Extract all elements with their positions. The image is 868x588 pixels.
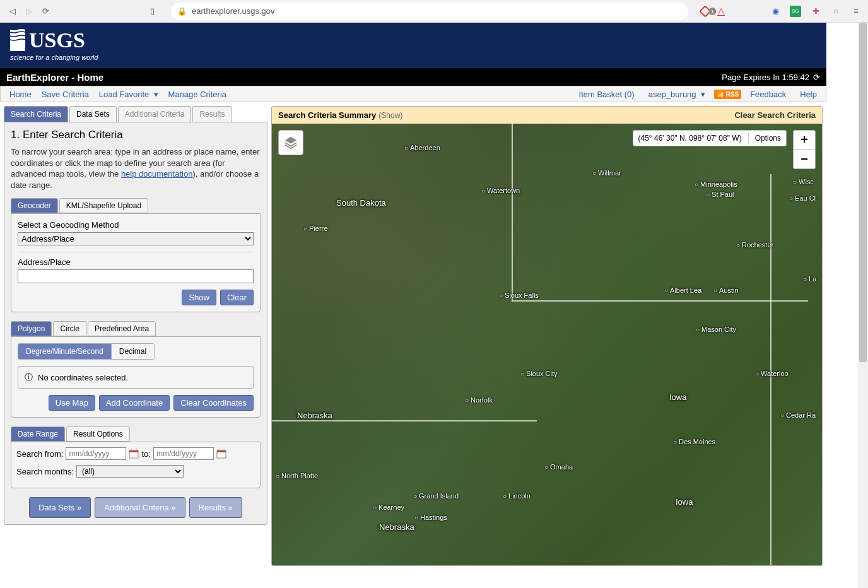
bookmark-icon[interactable]: ▯ bbox=[150, 6, 155, 16]
browser-toolbar: ◁ ▷ ⟳ ▯ 🔒 earthexplorer.usgs.gov 1 △ ◉ S… bbox=[0, 0, 868, 23]
ext-icon-4[interactable]: ○ bbox=[830, 6, 842, 17]
ext-icon-1[interactable]: ◉ bbox=[770, 6, 781, 17]
lock-icon: 🔒 bbox=[177, 7, 187, 16]
ext-icon-3[interactable]: ✚ bbox=[810, 6, 821, 17]
menu-icon[interactable]: ≡ bbox=[850, 6, 862, 17]
back-button[interactable]: ◁ bbox=[6, 5, 19, 18]
forward-button[interactable]: ▷ bbox=[23, 5, 35, 18]
url-text: earthexplorer.usgs.gov bbox=[192, 6, 275, 16]
ext-icon-2[interactable]: SG bbox=[790, 6, 801, 17]
triangle-icon[interactable]: △ bbox=[717, 5, 725, 17]
shield-icon[interactable]: 1 bbox=[699, 5, 712, 18]
reload-button[interactable]: ⟳ bbox=[39, 5, 52, 18]
url-bar[interactable]: 🔒 earthexplorer.usgs.gov bbox=[171, 3, 688, 20]
